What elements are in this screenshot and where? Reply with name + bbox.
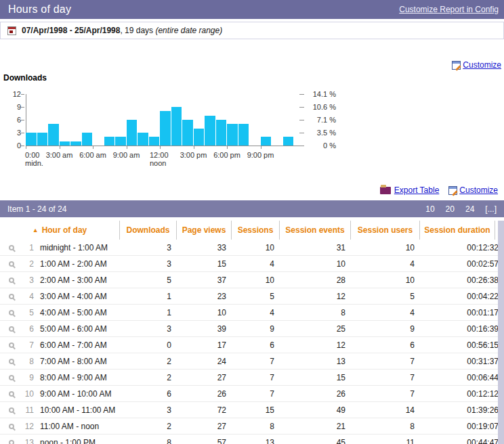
cell-downloads: 3 xyxy=(128,259,185,269)
cell-downloads: 1 xyxy=(128,308,185,317)
cell-session-events: 12 xyxy=(288,292,359,301)
x-axis-line xyxy=(26,146,303,146)
chart-bar xyxy=(227,124,238,146)
row-number: 7 xyxy=(23,340,34,350)
row-number: 1 xyxy=(23,243,34,252)
table-row: 54:00 AM - 5:00 AM11048400:01:17 xyxy=(0,305,504,321)
zoom-icon[interactable] xyxy=(9,375,14,380)
cell-sessions: 9 xyxy=(240,324,288,334)
cell-sessions: 6 xyxy=(240,340,288,350)
table-row: 98:00 AM - 9:00 AM227715700:06:44 xyxy=(0,370,504,386)
zoom-icon[interactable] xyxy=(9,294,14,299)
y-tick-label: 9 xyxy=(0,103,21,111)
page-title: Hours of day xyxy=(8,3,71,16)
cell-downloads: 2 xyxy=(128,373,185,382)
table-row: 1midnight - 1:00 AM33310311000:12:32 xyxy=(0,240,504,256)
row-number: 3 xyxy=(23,275,34,285)
x-tick-mark xyxy=(26,146,26,149)
chart-customize-label: Customize xyxy=(463,60,501,70)
zoom-icon[interactable] xyxy=(9,359,14,364)
column-header-downloads[interactable]: Downloads xyxy=(119,221,176,240)
table-toolbar: Export Table Customize xyxy=(0,184,504,196)
hour-range-label: 9:00 AM - 10:00 AM xyxy=(34,389,128,399)
zoom-icon[interactable] xyxy=(9,310,14,315)
zoom-icon[interactable] xyxy=(9,407,14,413)
chart-title: Downloads xyxy=(3,73,504,83)
y-tick-mark xyxy=(21,120,24,120)
cell-session-users: 10 xyxy=(359,275,428,285)
chart-bar xyxy=(82,133,93,146)
x-tick-label: 9:00 am xyxy=(106,151,147,159)
column-header-page-views[interactable]: Page views xyxy=(176,221,231,240)
table-row: 1211:00 AM - noon227821800:19:07 xyxy=(0,418,504,435)
row-number: 10 xyxy=(23,389,34,399)
cell-downloads: 3 xyxy=(128,324,185,334)
cell-session-users: 5 xyxy=(359,292,428,301)
cell-session-users: 7 xyxy=(359,389,428,399)
chart-bar xyxy=(26,133,37,146)
cell-session-users: 4 xyxy=(359,308,428,317)
cell-session-duration: 00:31:37 xyxy=(428,357,504,366)
chart-bar xyxy=(60,141,70,146)
table-customize-link[interactable]: Customize xyxy=(448,185,498,195)
chart-bar xyxy=(171,107,182,146)
row-number: 13 xyxy=(23,438,34,444)
pct-tick-label: 0 % xyxy=(306,141,336,150)
cell-session-events: 13 xyxy=(288,357,359,366)
chart-bar xyxy=(37,133,48,146)
cell-session-events: 12 xyxy=(288,340,359,350)
cell-sessions: 5 xyxy=(240,292,288,301)
cell-page-views: 27 xyxy=(185,422,240,431)
row-number: 5 xyxy=(23,308,34,317)
table-row: 1110:00 AM - 11:00 AM37215491401:39:26 xyxy=(0,402,504,418)
cell-page-views: 17 xyxy=(185,340,240,350)
page-size-option[interactable]: [...] xyxy=(485,204,497,214)
export-table-label: Export Table xyxy=(394,185,440,195)
table-row: 13noon - 1:00 PM85713451100:44:47 xyxy=(0,435,504,444)
export-table-link[interactable]: Export Table xyxy=(380,185,440,195)
y-tick-label: 3 xyxy=(0,129,21,137)
cell-downloads: 0 xyxy=(128,340,185,350)
page-size-option[interactable]: 10 xyxy=(425,204,434,214)
page-size-option[interactable]: 24 xyxy=(465,204,474,214)
hour-range-label: 10:00 AM - 11:00 AM xyxy=(34,405,128,415)
x-tick-mark xyxy=(93,146,93,149)
zoom-icon[interactable] xyxy=(9,424,14,429)
item-range-text: Item 1 - 24 of 24 xyxy=(7,204,66,214)
customize-icon xyxy=(448,186,457,195)
column-header-sessions[interactable]: Sessions xyxy=(231,221,279,240)
column-header-session-users[interactable]: Session users xyxy=(350,221,419,240)
zoom-icon[interactable] xyxy=(9,278,14,283)
row-number: 4 xyxy=(23,292,34,301)
cell-session-duration: 00:04:22 xyxy=(428,292,504,301)
zoom-icon[interactable] xyxy=(9,245,14,250)
chart-customize-link[interactable]: Customize xyxy=(452,60,501,70)
table-row: 87:00 AM - 8:00 AM224713700:31:37 xyxy=(0,353,504,370)
column-header-session-duration[interactable]: Session duration xyxy=(419,221,495,240)
downloads-bar-chart: 1214.1 %910.6 %67.1 %33.5 %00 %0:00midn.… xyxy=(0,89,352,168)
chart-bar xyxy=(127,120,138,146)
export-icon xyxy=(380,187,391,194)
cell-session-events: 25 xyxy=(288,324,359,334)
chart-bar xyxy=(216,120,227,146)
customize-report-config-link[interactable]: Customize Report in Config xyxy=(399,5,499,14)
column-header-hour-of-day[interactable]: ▲Hour of day xyxy=(0,221,119,240)
zoom-icon[interactable] xyxy=(9,261,14,267)
pct-tick-mark xyxy=(299,107,304,108)
row-number: 8 xyxy=(23,357,34,366)
zoom-icon[interactable] xyxy=(9,391,14,397)
table-row: 32:00 AM - 3:00 AM53710281000:26:38 xyxy=(0,272,504,288)
pct-tick-label: 14.1 % xyxy=(306,90,336,98)
cell-session-events: 31 xyxy=(288,243,359,252)
cell-session-duration: 00:19:07 xyxy=(428,422,504,431)
page-size-option[interactable]: 20 xyxy=(446,204,455,214)
zoom-icon[interactable] xyxy=(9,326,14,332)
date-days: , 19 days xyxy=(120,26,155,35)
column-header-session-events[interactable]: Session events xyxy=(279,221,350,240)
hour-range-label: midnight - 1:00 AM xyxy=(34,243,128,252)
cell-downloads: 5 xyxy=(128,275,185,285)
zoom-icon[interactable] xyxy=(9,440,14,444)
hour-range-label: 1:00 AM - 2:00 AM xyxy=(34,259,128,269)
zoom-icon[interactable] xyxy=(9,342,14,348)
chart-bar xyxy=(261,137,272,146)
